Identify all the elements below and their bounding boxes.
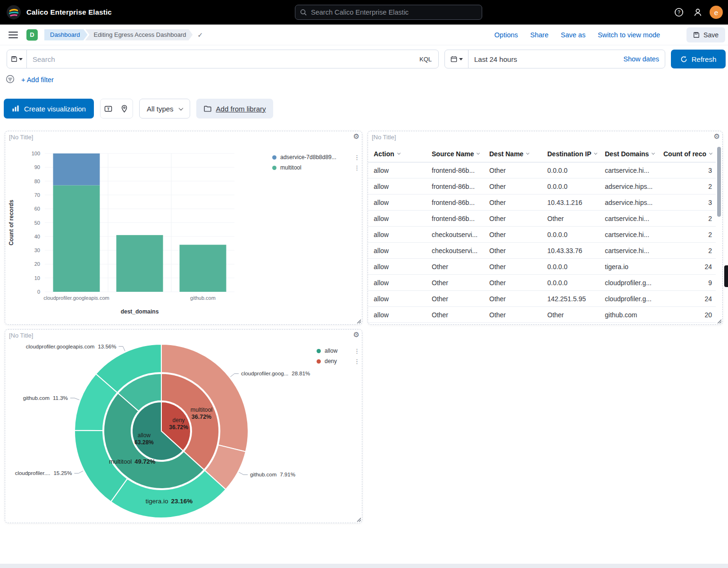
bar-chart-legend: adservice-7d8b8d89... ⋮ multitool ⋮	[272, 152, 360, 173]
sort-chevron-icon[interactable]	[397, 152, 401, 155]
sort-chevron-icon[interactable]	[594, 152, 597, 155]
breadcrumb-dashboard[interactable]: Dashboard	[44, 29, 88, 41]
table-cell: adservice.hips...	[605, 183, 662, 190]
column-header[interactable]: Dest Domains	[605, 150, 662, 158]
panel-resize-handle[interactable]	[717, 319, 721, 323]
table-cell: allow	[374, 263, 432, 271]
save-as-link[interactable]: Save as	[561, 31, 586, 39]
user-avatar[interactable]: e	[710, 6, 723, 19]
all-types-dropdown[interactable]: All types	[139, 99, 190, 119]
refresh-button[interactable]: Refresh	[671, 50, 726, 68]
legend-item[interactable]: deny ⋮	[317, 356, 360, 366]
bar-segment[interactable]	[53, 153, 100, 185]
pie-label-leader-line	[230, 373, 239, 377]
panel-settings-gear-icon[interactable]: ⚙	[714, 132, 720, 141]
time-range-value[interactable]: Last 24 hours	[469, 55, 517, 63]
table-cell: 24	[662, 263, 716, 271]
check-icon[interactable]: ✓	[197, 31, 203, 39]
global-search-input[interactable]	[311, 8, 477, 16]
table-cell: 0.0.0.0	[547, 231, 605, 238]
sort-chevron-icon[interactable]	[526, 152, 529, 155]
saved-query-menu-button[interactable]	[7, 50, 27, 68]
lens-icon	[12, 105, 19, 112]
sort-chevron-icon[interactable]	[477, 152, 480, 155]
sort-chevron-icon[interactable]	[709, 152, 712, 155]
table-cell: Other	[489, 199, 547, 206]
table-scrollbar[interactable]	[717, 147, 721, 322]
add-from-library-button[interactable]: Add from library	[196, 99, 274, 119]
table-cell: adservice.hips...	[605, 199, 662, 206]
legend-label: deny	[325, 358, 337, 365]
table-row[interactable]: allowcheckoutservi...Other10.43.33.76car…	[368, 243, 716, 259]
show-dates-link[interactable]: Show dates	[623, 55, 665, 63]
column-header[interactable]: Dest Name	[489, 150, 547, 158]
panel-resize-handle[interactable]	[356, 319, 361, 323]
menu-icon[interactable]	[8, 32, 18, 38]
table-row[interactable]: allowfrontend-86b...Other10.43.1.216adse…	[368, 195, 716, 211]
svg-text:0: 0	[37, 289, 40, 295]
table-cell: 3	[662, 167, 716, 174]
dashboard-app-icon[interactable]: D	[26, 29, 38, 41]
svg-text:100: 100	[32, 151, 40, 156]
add-filter-link[interactable]: + Add filter	[21, 76, 54, 84]
pie-segment-label: cloudprofiler.googleapis.com13.56%	[26, 344, 117, 349]
page-scrollbar-thumb[interactable]	[724, 265, 728, 287]
bar-segment[interactable]	[53, 185, 100, 292]
bar-segment[interactable]	[117, 235, 163, 292]
quick-add-group: T	[100, 99, 133, 119]
kql-badge[interactable]: KQL	[413, 56, 438, 63]
add-map-icon[interactable]	[117, 99, 133, 119]
table-row[interactable]: allowOtherOther142.251.5.95cloudprofiler…	[368, 291, 716, 307]
filter-icon[interactable]	[6, 75, 15, 85]
table-cell: tigera.io	[605, 263, 662, 271]
legend-actions-icon[interactable]: ⋮	[354, 154, 360, 161]
all-types-label: All types	[147, 105, 174, 113]
save-button[interactable]: Save	[686, 27, 725, 42]
legend-label: allow	[325, 348, 337, 354]
table-row[interactable]: allowfrontend-86b...Other0.0.0.0cartserv…	[368, 162, 716, 178]
legend-item[interactable]: multitool ⋮	[272, 162, 360, 173]
help-icon[interactable]: ?	[674, 7, 684, 17]
share-link[interactable]: Share	[530, 31, 549, 39]
bar-segment[interactable]	[180, 245, 226, 292]
column-header[interactable]: Destination IP	[547, 150, 605, 158]
column-header[interactable]: Source Name	[432, 150, 489, 158]
legend-actions-icon[interactable]: ⋮	[354, 164, 360, 171]
legend-dot	[317, 359, 321, 364]
panel-resize-handle[interactable]	[356, 517, 361, 522]
table-row[interactable]: allowfrontend-86b...OtherOthercartservic…	[368, 211, 716, 227]
panel-settings-gear-icon[interactable]: ⚙	[353, 132, 360, 141]
table-row[interactable]: allowOtherOther0.0.0.0cloudprofiler.g...…	[368, 275, 716, 291]
elastic-logo[interactable]	[7, 5, 21, 19]
table-row[interactable]: allowOtherOtherOthergithub.com20	[368, 307, 716, 323]
scrollbar-thumb[interactable]	[717, 147, 721, 217]
switch-view-link[interactable]: Switch to view mode	[598, 31, 660, 39]
legend-actions-icon[interactable]: ⋮	[354, 358, 360, 365]
options-link[interactable]: Options	[494, 31, 518, 39]
folder-icon	[204, 105, 211, 112]
column-header[interactable]: Count of reco	[662, 150, 716, 158]
svg-text:40: 40	[34, 234, 40, 239]
column-header[interactable]: Action	[374, 150, 432, 158]
legend-item[interactable]: adservice-7d8b8d89... ⋮	[272, 152, 360, 162]
refresh-button-label: Refresh	[692, 55, 717, 63]
kql-search-group: KQL	[7, 50, 439, 68]
table-row[interactable]: allowcheckoutservi...Other0.0.0.0cartser…	[368, 227, 716, 243]
pie-chart-svg: deny36.72%allow63.28%multitool36.72%mult…	[5, 330, 362, 523]
table-row[interactable]: allowOtherOther0.0.0.0tigera.io24	[368, 259, 716, 275]
table-cell: 0.0.0.0	[547, 183, 605, 190]
table-cell: allow	[374, 295, 432, 303]
create-visualization-button[interactable]: Create visualization	[4, 99, 94, 119]
add-text-icon[interactable]: T	[100, 99, 117, 119]
kql-search-input[interactable]	[27, 50, 413, 68]
legend-actions-icon[interactable]: ⋮	[354, 348, 360, 355]
calendar-menu-button[interactable]	[445, 50, 469, 68]
sort-chevron-icon[interactable]	[652, 152, 655, 155]
user-menu-icon[interactable]	[693, 7, 703, 17]
table-row[interactable]: allowfrontend-86b...Other0.0.0.0adservic…	[368, 178, 716, 195]
breadcrumb-current[interactable]: Editing Egress Access Dashboard	[85, 29, 193, 41]
table-cell: Other	[489, 215, 547, 222]
pie-segment-label: cloudprofiler....15.25%	[15, 470, 72, 476]
global-search[interactable]	[295, 5, 482, 20]
legend-item[interactable]: allow ⋮	[317, 346, 360, 356]
